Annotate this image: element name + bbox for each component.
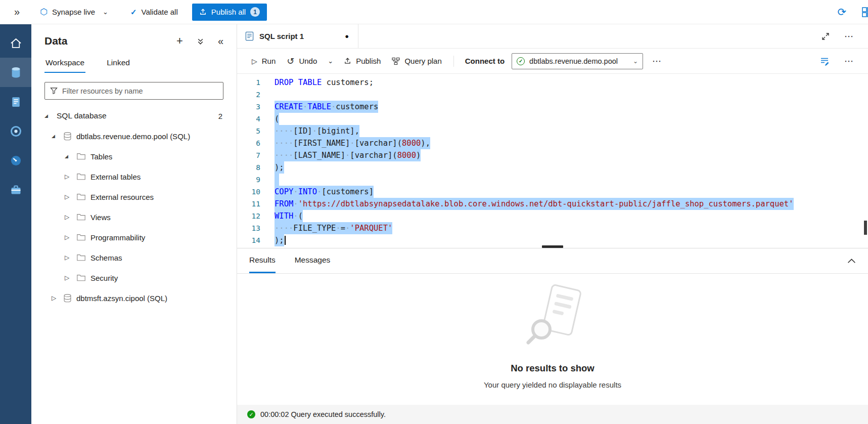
editor-toolbar: ▷ Run ↺ Undo ⌄ Publish Query plan Connec [237,49,868,74]
validate-all-label: Validate all [142,8,178,16]
gauge-icon [9,154,23,167]
tab-results[interactable]: Results [249,248,276,273]
tab-more-icon[interactable]: ⋯ [844,31,854,42]
token-pl: ( [298,211,303,221]
tab-workspace[interactable]: Workspace [44,53,85,73]
validate-all-button[interactable]: ✓ Validate all [130,8,178,17]
folder-icon [77,214,85,221]
collapse-all-icon[interactable] [197,37,204,45]
synapse-live-icon: ⬡ [40,7,48,17]
tab-linked[interactable]: Linked [106,53,131,73]
token-pl: [customers] [322,187,374,196]
expand-node-icon[interactable]: ▷ [65,254,77,261]
publish-all-label: Publish all [211,8,246,16]
filter-input[interactable] [62,87,218,95]
code-line-8[interactable]: 8); [237,161,868,174]
collapse-panel-button[interactable]: « [218,35,223,47]
code-line-11[interactable]: 11FROM·'https://dbtlabsynapsedatalake.bl… [237,198,868,210]
tree-item-external-resources[interactable]: ▷External resources [31,187,237,207]
toolbar-overflow-icon[interactable]: ⋯ [844,56,854,67]
tree-item-label: Tables [90,152,112,161]
expand-node-icon[interactable]: ▷ [65,234,77,241]
code-editor[interactable]: 1DROP TABLE customers;23CREATE·TABLE·cus… [237,74,868,248]
code-line-5[interactable]: 5····[ID]·[bigint], [237,125,868,137]
token-num: 8000 [402,139,421,148]
publish-icon [344,57,351,65]
collapse-node-icon[interactable]: ◢ [52,134,64,139]
properties-icon[interactable] [820,57,829,66]
line-number: 11 [237,198,275,210]
sql-script-tab[interactable]: SQL script 1 ● [237,24,358,48]
tree-item-schemas[interactable]: ▷Schemas [31,247,237,268]
tree-item-external-tables[interactable]: ▷External tables [31,166,237,187]
token-kw: COPY [275,187,293,196]
token-pl [293,78,298,87]
branch-selector[interactable]: ⬡ Synapse live ⌄ [40,7,108,17]
code-line-1[interactable]: 1DROP TABLE customers; [237,76,868,89]
tree-item-programmability[interactable]: ▷Programmability [31,227,237,247]
publish-all-button[interactable]: Publish all 1 [192,4,267,21]
add-resource-button[interactable]: + [176,34,183,48]
expand-node-icon[interactable]: ▷ [65,193,77,200]
nav-manage-button[interactable] [0,175,31,204]
collapse-results-icon[interactable] [847,248,856,273]
code-line-6[interactable]: 6····[FIRST_NAME]·[varchar](8000), [237,137,868,149]
expand-node-icon[interactable]: ▷ [65,173,77,180]
unsaved-dot-icon: ● [345,32,349,40]
code-line-4[interactable]: 4( [237,113,868,125]
code-line-3[interactable]: 3CREATE·TABLE·customers [237,101,868,113]
token-pl: ( [275,114,279,123]
pool-icon [64,132,71,141]
token-pl: customers [336,102,378,111]
code-line-12[interactable]: 12WITH·( [237,210,868,222]
tree-item-label: dbtmsft.azsyn.cipool (SQL) [76,294,167,303]
code-line-9[interactable]: 9 [237,174,868,186]
tree-item-tables[interactable]: ◢Tables [31,146,237,166]
expand-node-icon[interactable]: ▷ [52,294,64,302]
tree-item-label: Schemas [90,253,122,262]
code-line-13[interactable]: 13····FILE_TYPE·=·'PARQUET' [237,222,868,234]
resize-handle[interactable] [542,245,563,248]
token-dots: · [345,224,350,233]
empty-selection [275,174,279,186]
refresh-icon[interactable]: ⟳ [837,6,846,18]
folder-icon [77,274,85,281]
nav-develop-button[interactable] [0,87,31,116]
code-line-14[interactable]: 14); [237,234,868,246]
gallery-icon[interactable] [861,7,868,18]
undo-button[interactable]: ↺ Undo [281,53,323,70]
tab-messages[interactable]: Messages [295,248,331,273]
collapse-node-icon[interactable]: ◢ [44,113,57,118]
tree-item-label: External tables [90,173,141,181]
code-line-2[interactable]: 2 [237,89,868,101]
code-line-10[interactable]: 10COPY·INTO·[customers] [237,186,868,198]
tree-item-sql-database[interactable]: ◢SQL database2 [31,106,237,126]
tree-item-security[interactable]: ▷Security [31,268,237,288]
code-line-7[interactable]: 7····[LAST_NAME]·[varchar](8000) [237,149,868,161]
run-button[interactable]: ▷ Run [246,53,281,70]
expand-topbar-icon[interactable]: » [14,6,20,18]
token-pl: ) [416,151,421,160]
expand-node-icon[interactable]: ▷ [65,274,77,281]
publish-button[interactable]: Publish [338,53,386,70]
pipeline-icon [9,124,23,138]
connect-to-dropdown[interactable]: ✓ dbtlabs.revenue.demo.pool ⌄ [512,53,643,69]
connect-to-label: Connect to [465,57,505,65]
expand-editor-icon[interactable] [822,33,829,40]
nav-monitor-button[interactable] [0,146,31,175]
expand-node-icon[interactable]: ▷ [65,214,77,221]
undo-dropdown-icon[interactable]: ⌄ [323,57,338,65]
tree-item-label: Programmability [90,233,145,242]
nav-data-button[interactable] [0,58,31,87]
collapse-node-icon[interactable]: ◢ [65,154,77,159]
editor-scrollbar-thumb[interactable] [864,221,867,235]
nav-home-button[interactable] [0,28,31,58]
query-plan-button[interactable]: Query plan [386,53,447,70]
tree-item-dbtmsft-azsyn-cipool-sql[interactable]: ▷dbtmsft.azsyn.cipool (SQL) [31,288,237,308]
tree-item-dbtlabs-revenue-demo-pool-sql[interactable]: ◢dbtlabs.revenue.demo.pool (SQL) [31,126,237,146]
toolbar-more-icon[interactable]: ⋯ [652,56,662,67]
code-lines: 1DROP TABLE customers;23CREATE·TABLE·cus… [237,76,868,246]
nav-integrate-button[interactable] [0,116,31,146]
tree-item-views[interactable]: ▷Views [31,207,237,227]
filter-box [44,82,223,100]
